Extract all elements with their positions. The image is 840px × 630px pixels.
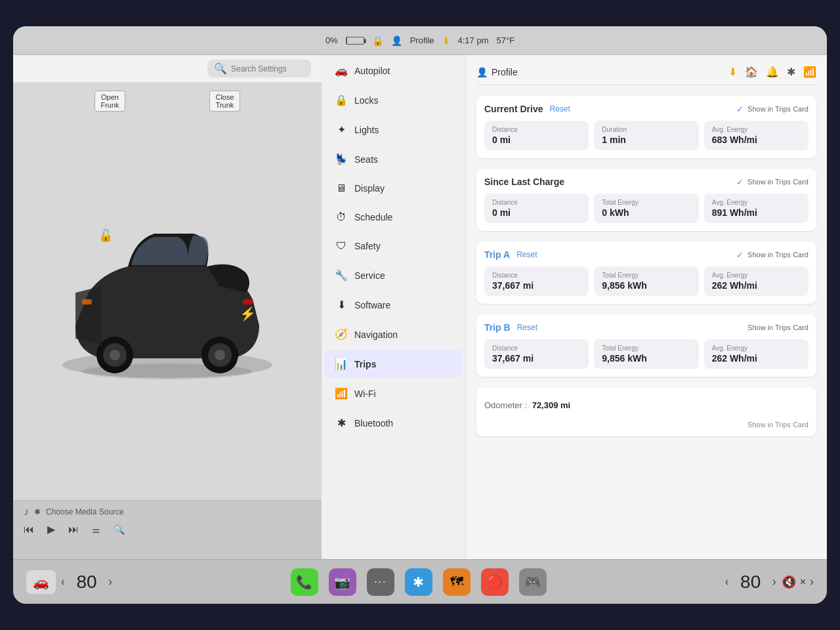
game-app-button[interactable]: 🎮 bbox=[519, 568, 547, 596]
display-icon: 🖥 bbox=[335, 182, 348, 194]
menu-item-lights[interactable]: ✦ Lights bbox=[324, 116, 463, 144]
profile-status-icon: 👤 bbox=[391, 35, 402, 46]
trip-a-energy-label: Total Energy bbox=[602, 272, 690, 279]
navigation-icon: 🧭 bbox=[335, 328, 348, 341]
search-media-icon[interactable]: 🔍 bbox=[114, 524, 125, 535]
trip-a-avg-energy-value: 262 Wh/mi bbox=[712, 280, 801, 291]
trip-a-reset-button[interactable]: Reset bbox=[516, 250, 537, 259]
equalizer-icon[interactable]: ⚌ bbox=[92, 524, 100, 535]
car-lock-icon: 🔓 bbox=[98, 228, 113, 243]
download-icon[interactable]: ⬇ bbox=[728, 66, 737, 78]
camera-app-button[interactable]: 📷 bbox=[329, 568, 356, 596]
menu-item-wifi[interactable]: 📶 Wi-Fi bbox=[324, 379, 463, 408]
safety-icon: 🛡 bbox=[335, 240, 348, 252]
phone-app-button[interactable]: 📞 bbox=[291, 568, 318, 596]
trip-a-section: Trip A Reset ✓ Show in Trips Card Distan… bbox=[476, 242, 816, 304]
dashcam-app-button[interactable]: 🔴 bbox=[481, 568, 509, 596]
since-distance-label: Distance bbox=[492, 199, 581, 206]
settings-topbar: 🔍 bbox=[13, 55, 322, 83]
search-input[interactable] bbox=[231, 64, 304, 74]
open-frunk-label: OpenFrunk bbox=[100, 93, 119, 109]
current-drive-reset-button[interactable]: Reset bbox=[549, 104, 570, 114]
bell-icon[interactable]: 🔔 bbox=[766, 66, 779, 78]
search-box[interactable]: 🔍 bbox=[207, 60, 311, 77]
taskbar: 🚗 ‹ 80 › 📞 📷 ··· ✱ 🗺 🔴 🎮 ‹ 80 › 🔇 × › bbox=[13, 559, 827, 604]
schedule-icon: ⏱ bbox=[335, 211, 348, 223]
since-last-charge-title: Since Last Charge bbox=[484, 177, 564, 187]
menu-item-navigation[interactable]: 🧭 Navigation bbox=[324, 320, 463, 348]
more-apps-button[interactable]: ··· bbox=[367, 568, 394, 596]
open-frunk-button[interactable]: OpenFrunk bbox=[94, 91, 125, 112]
current-drive-energy-value: 683 Wh/mi bbox=[712, 135, 801, 145]
since-last-charge-check: ✓ bbox=[736, 177, 744, 187]
trip-a-distance-box: Distance 37,667 mi bbox=[484, 266, 589, 296]
taskbar-right: ‹ 80 › 🔇 × › bbox=[725, 572, 814, 593]
charging-icon: ⚡ bbox=[240, 306, 256, 322]
profile-label: Profile bbox=[492, 67, 518, 77]
profile-bar: 👤 Profile ⬇ 🏠 🔔 ✱ 📶 bbox=[476, 66, 816, 85]
trip-a-show: ✓ Show in Trips Card bbox=[736, 250, 808, 260]
signal-icon[interactable]: 📶 bbox=[803, 66, 816, 78]
prev-track-button[interactable]: ⏮ bbox=[24, 524, 34, 536]
close-trunk-label: CloseTrunk bbox=[215, 93, 234, 109]
wifi-icon: 📶 bbox=[335, 387, 348, 400]
speed-left-next-button[interactable]: › bbox=[108, 575, 112, 589]
next-track-button[interactable]: ⏭ bbox=[68, 524, 79, 536]
trip-b-section: Trip B Reset Show in Trips Card Distance… bbox=[476, 314, 816, 377]
bluetooth-media-icon: ✱ bbox=[34, 507, 41, 516]
garage-icon[interactable]: 🏠 bbox=[745, 66, 758, 78]
trip-b-show-label: Show in Trips Card bbox=[747, 324, 808, 331]
service-label: Service bbox=[354, 270, 385, 281]
play-button[interactable]: ▶ bbox=[47, 523, 55, 536]
menu-item-safety[interactable]: 🛡 Safety bbox=[324, 232, 463, 260]
menu-item-trips[interactable]: 📊 Trips bbox=[324, 350, 463, 378]
speed-right-display: 80 bbox=[734, 572, 767, 593]
bluetooth-top-icon[interactable]: ✱ bbox=[787, 66, 795, 78]
media-source-label[interactable]: Choose Media Source bbox=[46, 507, 124, 516]
current-drive-energy-label: Avg. Energy bbox=[712, 126, 801, 133]
speed-right-prev-button[interactable]: ‹ bbox=[725, 575, 729, 589]
trip-b-reset-button[interactable]: Reset bbox=[517, 323, 537, 332]
volume-next-button[interactable]: › bbox=[810, 575, 814, 589]
volume-control[interactable]: 🔇 × › bbox=[782, 575, 814, 589]
menu-item-service[interactable]: 🔧 Service bbox=[324, 261, 463, 289]
safety-label: Safety bbox=[354, 241, 381, 251]
trip-b-header: Trip B Reset Show in Trips Card bbox=[484, 322, 808, 333]
trip-b-avg-energy-label: Avg. Energy bbox=[712, 345, 801, 352]
trip-a-distance-label: Distance bbox=[492, 272, 581, 279]
current-drive-energy-box: Avg. Energy 683 Wh/mi bbox=[704, 121, 808, 150]
menu-item-autopilot[interactable]: 🚗 Autopilot bbox=[324, 56, 463, 85]
profile-icon: 👤 bbox=[476, 67, 488, 77]
map-app-button[interactable]: 🗺 bbox=[443, 568, 471, 596]
menu-item-display[interactable]: 🖥 Display bbox=[324, 175, 463, 202]
lights-label: Lights bbox=[354, 125, 379, 135]
menu-item-seats[interactable]: 💺 Seats bbox=[324, 145, 463, 173]
current-drive-section: Current Drive Reset ✓ Show in Trips Card… bbox=[476, 96, 816, 158]
trip-a-avg-energy-box: Avg. Energy 262 Wh/mi bbox=[704, 266, 808, 296]
odometer-row: Odometer : 72,309 mi bbox=[484, 395, 808, 415]
car-labels: OpenFrunk CloseTrunk bbox=[13, 83, 322, 112]
since-last-charge-section: Since Last Charge ✓ Show in Trips Card D… bbox=[476, 169, 816, 231]
car-mode-button[interactable]: 🚗 bbox=[26, 570, 56, 594]
current-drive-distance-value: 0 mi bbox=[492, 135, 581, 145]
mute-icon[interactable]: 🔇 bbox=[782, 575, 796, 589]
trips-label: Trips bbox=[354, 359, 376, 369]
bluetooth-app-button[interactable]: ✱ bbox=[405, 568, 432, 596]
trip-a-energy-box: Total Energy 9,856 kWh bbox=[594, 266, 698, 296]
menu-item-software[interactable]: ⬇ Software bbox=[324, 291, 463, 319]
service-icon: 🔧 bbox=[335, 269, 348, 282]
since-energy-box: Total Energy 0 kWh bbox=[594, 194, 698, 223]
close-trunk-button[interactable]: CloseTrunk bbox=[209, 91, 240, 112]
trip-b-distance-value: 37,667 mi bbox=[492, 353, 581, 364]
speed-left-prev-button[interactable]: ‹ bbox=[61, 575, 65, 589]
trip-a-stats: Distance 37,667 mi Total Energy 9,856 kW… bbox=[484, 266, 808, 296]
profile-button[interactable]: 👤 Profile bbox=[476, 67, 518, 77]
trip-a-header: Trip A Reset ✓ Show in Trips Card bbox=[484, 249, 808, 260]
menu-item-schedule[interactable]: ⏱ Schedule bbox=[324, 203, 463, 231]
speed-right-next-button[interactable]: › bbox=[772, 575, 776, 589]
menu-item-locks[interactable]: 🔒 Locks bbox=[324, 86, 463, 114]
settings-menu: 🚗 Autopilot 🔒 Locks ✦ Lights 💺 Seats 🖥 D… bbox=[322, 55, 466, 559]
car-image-area: 🔓 bbox=[13, 112, 322, 500]
menu-item-bluetooth[interactable]: ✱ Bluetooth bbox=[324, 409, 463, 437]
trip-b-distance-box: Distance 37,667 mi bbox=[484, 339, 589, 369]
